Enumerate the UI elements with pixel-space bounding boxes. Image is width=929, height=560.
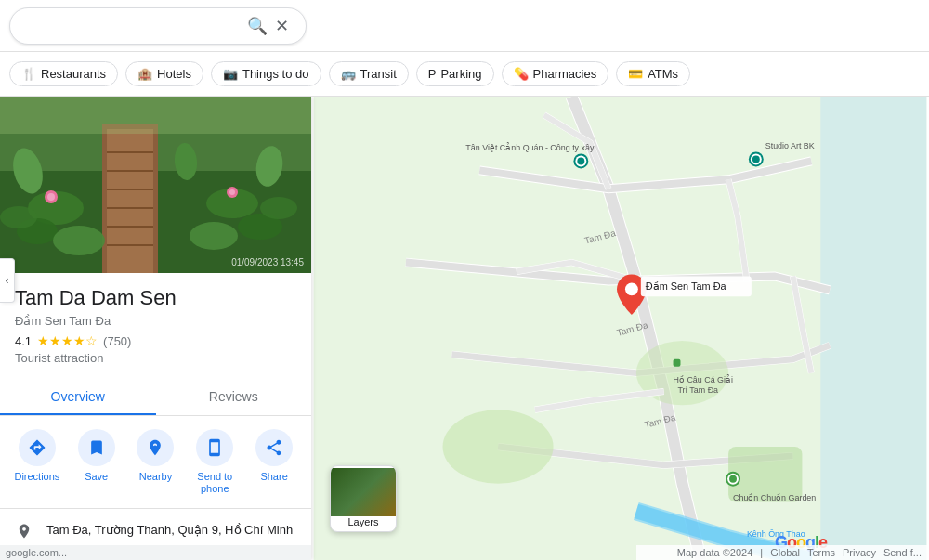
directions-icon (19, 429, 56, 466)
svg-point-21 (229, 189, 235, 195)
nearby-button[interactable]: Nearby (127, 429, 183, 495)
map-footer: Map data ©2024 | Global Terms Privacy Se… (636, 545, 929, 560)
filter-pharmacies[interactable]: 💊 Pharmacies (502, 61, 609, 86)
filter-label: Restaurants (41, 67, 106, 81)
footer-privacy-link[interactable]: Privacy (843, 547, 876, 558)
layers-thumbnail (331, 468, 396, 516)
send-to-phone-button[interactable]: Send tophone (187, 429, 242, 495)
filter-atms[interactable]: 💳 ATMs (616, 61, 690, 86)
filter-label: Things to do (242, 67, 309, 81)
map-area[interactable]: Đầm Sen Tam Đa Tam Đa Tam Đa Tam Đa Tân … (311, 97, 929, 560)
footer-terms-link[interactable]: Terms (807, 547, 835, 558)
place-info: Tam Da Dam Sen Đầm Sen Tam Đa 4.1 ★★★★☆ … (0, 273, 311, 372)
bottom-url: google.com... (0, 545, 311, 560)
search-input[interactable]: Tam Da Dam Sen (23, 18, 243, 33)
svg-text:Chuồn Chuồn Garden: Chuồn Chuồn Garden (733, 493, 816, 502)
place-name: Tam Da Dam Sen (15, 286, 296, 310)
filter-things-to-do[interactable]: 📷 Things to do (211, 61, 321, 86)
pharmacies-icon: 💊 (514, 67, 529, 81)
filter-restaurants[interactable]: 🍴 Restaurants (9, 61, 118, 86)
directions-button[interactable]: Directions (9, 429, 65, 495)
tabs: Overview Reviews (0, 380, 311, 416)
restaurants-icon: 🍴 (21, 67, 36, 81)
svg-point-43 (752, 155, 760, 163)
place-subtitle: Đầm Sen Tam Đa (15, 314, 296, 328)
send-phone-label: Send tophone (197, 471, 232, 495)
rating-number: 4.1 (15, 334, 32, 348)
rating-row: 4.1 ★★★★☆ (750) (15, 333, 296, 348)
map-data-text: Map data ©2024 (677, 547, 753, 558)
svg-point-12 (53, 226, 105, 255)
nearby-icon (137, 429, 174, 466)
save-icon (78, 429, 115, 466)
filter-label: ATMs (648, 67, 678, 81)
svg-point-50 (729, 475, 737, 483)
svg-rect-25 (0, 97, 311, 134)
address-icon (15, 523, 33, 544)
svg-rect-47 (674, 359, 681, 367)
review-count: (750) (103, 334, 131, 348)
stars: ★★★★☆ (37, 333, 98, 348)
svg-text:Hồ Câu Cá Giải: Hồ Câu Cá Giải (674, 374, 733, 384)
left-panel: 01/09/2023 13:45 Tam Da Dam Sen Đầm Sen … (0, 97, 311, 560)
share-label: Share (260, 471, 287, 482)
save-button[interactable]: Save (69, 429, 124, 495)
layers-label: Layers (347, 516, 378, 527)
svg-point-46 (577, 157, 584, 164)
transit-icon: 🚌 (341, 67, 356, 81)
tab-overview[interactable]: Overview (0, 380, 156, 415)
footer-send-link[interactable]: Send f... (883, 547, 922, 558)
tab-reviews[interactable]: Reviews (156, 380, 312, 415)
things-to-do-icon: 📷 (223, 67, 238, 81)
svg-point-16 (190, 222, 238, 250)
filter-transit[interactable]: 🚌 Transit (329, 61, 409, 86)
share-icon (255, 429, 293, 466)
svg-point-13 (0, 206, 37, 228)
collapse-panel-button[interactable]: ‹ (0, 258, 15, 303)
footer-global-link[interactable]: Global (770, 547, 800, 558)
svg-text:Đầm Sen Tam Đa: Đầm Sen Tam Đa (646, 280, 727, 292)
filter-label: Hotels (157, 67, 191, 81)
search-box: Tam Da Dam Sen 🔍 ✕ (9, 7, 307, 45)
top-bar: Tam Da Dam Sen 🔍 ✕ (0, 0, 929, 52)
svg-point-17 (260, 197, 297, 219)
atms-icon: 💳 (628, 67, 643, 81)
footer-separator: | (760, 547, 763, 558)
hotels-icon: 🏨 (137, 67, 152, 81)
main-content: 01/09/2023 13:45 Tam Da Dam Sen Đầm Sen … (0, 97, 929, 560)
svg-text:Tân Việt Cảnh Quán - Công ty x: Tân Việt Cảnh Quán - Công ty xây... (465, 142, 600, 152)
place-photo[interactable]: 01/09/2023 13:45 (0, 97, 311, 273)
directions-label: Directions (14, 471, 59, 482)
svg-text:Studio Art BK: Studio Art BK (765, 141, 815, 150)
svg-rect-3 (107, 129, 153, 273)
send-phone-icon (196, 429, 233, 466)
save-label: Save (85, 471, 108, 482)
svg-point-38 (443, 410, 554, 483)
filter-label: Transit (360, 67, 397, 81)
share-button[interactable]: Share (246, 429, 302, 495)
photo-timestamp: 01/09/2023 13:45 (231, 257, 304, 267)
layers-button[interactable]: Layers (330, 465, 397, 532)
search-button[interactable]: 🔍 (243, 14, 271, 38)
photo-scene (0, 97, 311, 273)
place-type: Tourist attraction (15, 351, 296, 365)
filter-parking[interactable]: P Parking (416, 61, 494, 86)
filter-label: Pharmacies (533, 67, 597, 81)
svg-text:Trí Tam Đa: Trí Tam Đa (678, 385, 719, 395)
filter-bar: 🍴 Restaurants 🏨 Hotels 📷 Things to do 🚌 … (0, 52, 929, 97)
svg-rect-37 (820, 97, 926, 560)
svg-point-52 (625, 282, 638, 295)
nearby-label: Nearby (139, 471, 172, 482)
parking-icon: P (428, 67, 437, 81)
filter-hotels[interactable]: 🏨 Hotels (125, 61, 203, 86)
action-buttons: Directions Save Nearby Send tophone (0, 416, 311, 509)
address-text: Tam Đa, Trường Thanh, Quận 9, Hồ Chí Min… (46, 522, 296, 539)
svg-point-19 (47, 193, 55, 201)
close-button[interactable]: ✕ (271, 14, 293, 38)
filter-label: Parking (440, 67, 481, 81)
